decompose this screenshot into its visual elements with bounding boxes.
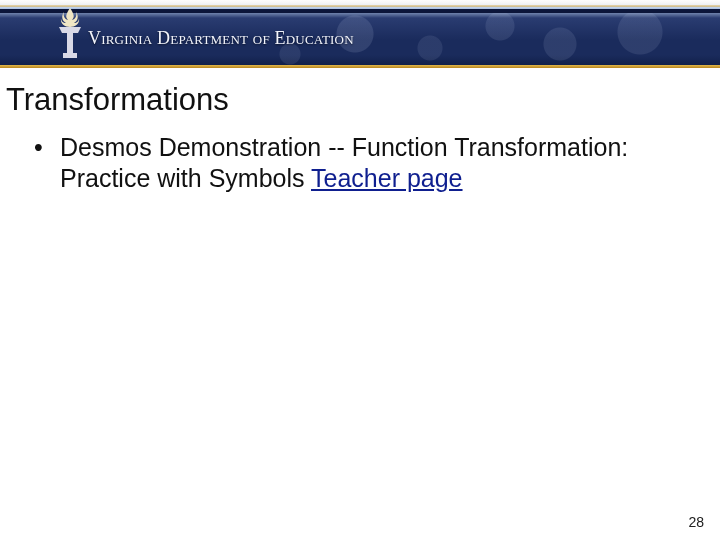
svg-rect-1: [63, 53, 77, 58]
slide: Virginia Department of Education Transfo…: [0, 0, 720, 540]
banner-top-gold-stripe: [0, 5, 720, 7]
department-name: Virginia Department of Education: [88, 28, 354, 49]
bullet-list: Desmos Demonstration -- Function Transfo…: [32, 132, 668, 193]
torch-icon: [56, 6, 84, 60]
header-banner: Virginia Department of Education: [0, 0, 720, 68]
banner-bottom-gold-stripe: [0, 65, 720, 68]
page-number: 28: [688, 514, 704, 530]
teacher-page-link[interactable]: Teacher page: [311, 164, 463, 192]
banner-dark-stripe: [0, 9, 720, 13]
page-title: Transformations: [6, 82, 706, 118]
list-item: Desmos Demonstration -- Function Transfo…: [32, 132, 668, 193]
department-name-text: Virginia Department of Education: [88, 28, 354, 48]
svg-rect-0: [67, 33, 73, 53]
body-content: Desmos Demonstration -- Function Transfo…: [32, 132, 668, 193]
